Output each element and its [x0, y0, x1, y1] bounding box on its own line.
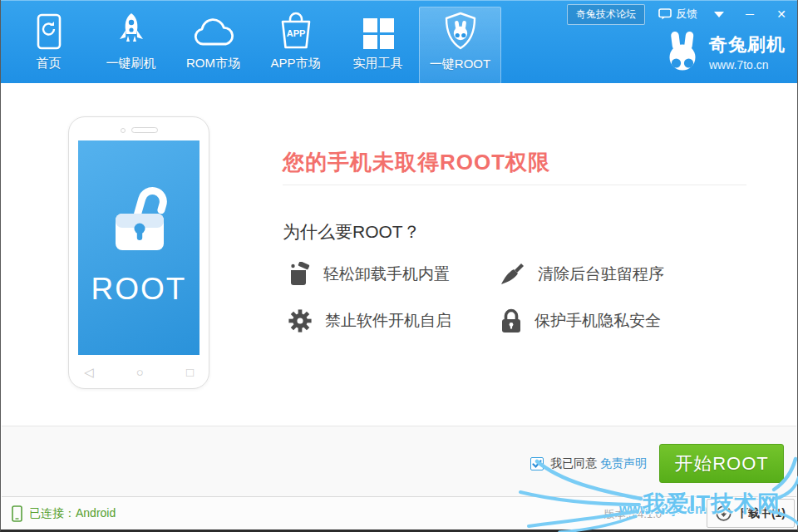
- app-window: 首页 一键刷机 ROM市场 APP APP市场: [0, 0, 798, 532]
- why-root-heading: 为什么要ROOT？: [283, 220, 421, 244]
- nav-item-root[interactable]: 一键ROOT: [419, 7, 501, 84]
- brand-url: www.7to.cn: [709, 58, 786, 71]
- android-back-icon: ◁: [84, 365, 94, 380]
- android-home-icon: ○: [136, 365, 144, 380]
- feature-label: 清除后台驻留程序: [538, 264, 664, 285]
- speech-bubble-icon: [658, 8, 672, 20]
- header: 首页 一键刷机 ROM市场 APP APP市场: [1, 0, 797, 83]
- gear-icon: [288, 308, 313, 333]
- feature-autostart: 禁止软件开机自启: [288, 308, 500, 333]
- rocket-icon: [116, 7, 147, 50]
- open-lock-icon: [99, 180, 179, 260]
- home-phone-refresh-icon: [35, 7, 63, 50]
- close-button[interactable]: ✕: [772, 7, 791, 21]
- feature-clean: 清除后台驻留程序: [500, 262, 664, 287]
- nav-label: 一键ROOT: [430, 57, 490, 72]
- nav-item-rom-market[interactable]: ROM市场: [172, 7, 254, 84]
- agree-row: 我已同意 免责声明: [530, 456, 647, 471]
- phone-illustration: ROOT ◁ ○ □: [68, 116, 209, 389]
- feedback-label: 反馈: [676, 7, 697, 22]
- connection-text: 已连接：Android: [29, 506, 116, 521]
- nav-item-tools[interactable]: 实用工具: [337, 7, 419, 84]
- brand-logo: 奇兔刷机 www.7to.cn: [665, 31, 786, 72]
- nav-label: APP市场: [270, 56, 320, 71]
- feedback-button[interactable]: 反馈: [658, 7, 697, 22]
- feature-label: 轻松卸载手机内置: [323, 264, 450, 285]
- download-label: 下载中(1): [736, 506, 786, 521]
- page-title: 您的手机未取得ROOT权限: [283, 148, 550, 177]
- action-bar: 我已同意 免责声明 开始ROOT: [2, 426, 796, 496]
- status-bar: 已连接：Android 版本:5.4.1.0 下载中(1): [2, 496, 796, 530]
- phone-nav-buttons: ◁ ○ □: [84, 365, 194, 380]
- svg-text:APP: APP: [286, 28, 305, 38]
- nav-label: 首页: [37, 56, 62, 71]
- start-root-button[interactable]: 开始ROOT: [659, 444, 784, 483]
- disclaimer-link[interactable]: 免责声明: [600, 456, 647, 471]
- nav-label: 实用工具: [353, 56, 403, 71]
- main-content: ROOT ◁ ○ □ 您的手机未取得ROOT权限 为什么要ROOT？ 轻松卸载手…: [2, 83, 796, 426]
- nav-item-home[interactable]: 首页: [7, 7, 90, 84]
- phone-screen-label: ROOT: [78, 272, 200, 307]
- uninstall-box-icon: [288, 262, 311, 287]
- nav-item-flash[interactable]: 一键刷机: [90, 7, 172, 84]
- version-label: 版本:5.4.1.0: [604, 507, 662, 522]
- agree-label: 我已同意: [550, 456, 597, 471]
- download-button[interactable]: 下载中(1): [707, 499, 795, 528]
- connection-status: 已连接：Android: [12, 497, 116, 530]
- nav-item-app-market[interactable]: APP APP市场: [254, 7, 337, 84]
- feature-label: 禁止软件开机自启: [325, 310, 451, 332]
- titlebar-controls: 奇兔技术论坛 反馈 ─ ✕: [567, 4, 791, 24]
- nav-label: 一键刷机: [106, 56, 156, 71]
- minimize-button[interactable]: ─: [741, 7, 759, 21]
- feature-privacy: 保护手机隐私安全: [500, 308, 664, 333]
- check-icon: [532, 460, 542, 469]
- connected-phone-icon: [12, 505, 22, 522]
- android-recent-icon: □: [186, 365, 194, 380]
- divider: [283, 185, 746, 185]
- rabbit-logo-icon: [665, 31, 702, 72]
- download-icon: [716, 505, 732, 521]
- grid-icon: [362, 7, 395, 50]
- app-bag-icon: APP: [278, 7, 314, 50]
- feature-list: 轻松卸载手机内置 清除后台驻留程序: [288, 262, 664, 333]
- shield-rabbit-icon: [442, 7, 479, 51]
- agree-checkbox[interactable]: [530, 457, 544, 470]
- lock-icon: [500, 308, 522, 333]
- main-nav: 首页 一键刷机 ROM市场 APP APP市场: [7, 1, 501, 84]
- cloud-icon: [192, 7, 235, 50]
- phone-screen: ROOT: [78, 140, 200, 355]
- brush-icon: [500, 262, 525, 287]
- forum-button[interactable]: 奇兔技术论坛: [567, 4, 645, 25]
- brand-name: 奇兔刷机: [709, 32, 786, 57]
- feature-uninstall: 轻松卸载手机内置: [288, 262, 500, 287]
- menu-dropdown-icon[interactable]: [714, 12, 724, 17]
- feature-label: 保护手机隐私安全: [534, 310, 661, 332]
- phone-speaker: [69, 127, 209, 133]
- nav-label: ROM市场: [186, 56, 240, 71]
